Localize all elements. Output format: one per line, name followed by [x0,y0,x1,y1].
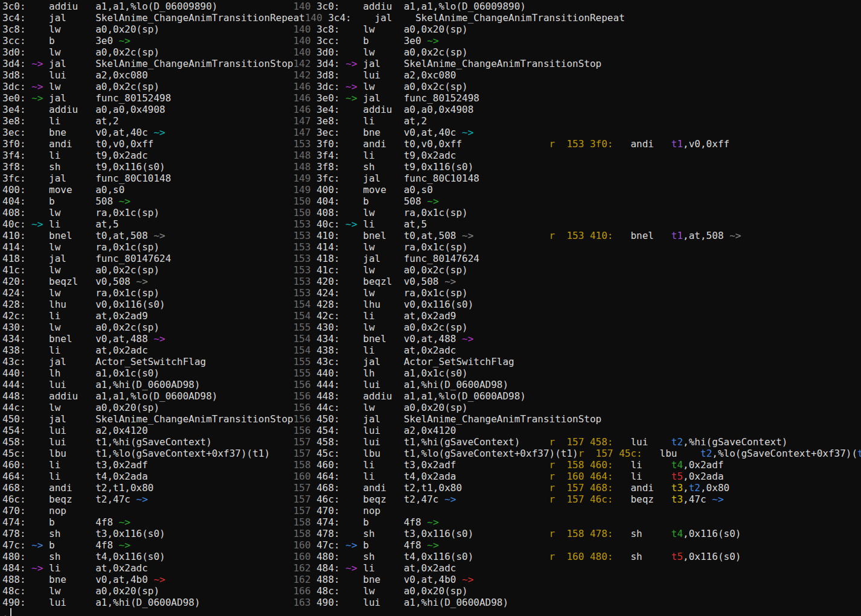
operand-segment: t3 [671,482,683,494]
mnemonic: andi [49,138,95,150]
terminal-screen[interactable]: 3c0: addiu a1,a1,%lo(D_06009890)140 3c0:… [0,0,861,616]
address: 470: [2,505,26,516]
mnemonic: lui [363,425,403,436]
operands: a1,%hi(D_0600AD98) [95,597,200,608]
line-number: 148 [293,161,311,173]
line-number: 142 [293,69,311,81]
branch-arrow-icon: ~> [345,58,357,69]
asm-row: 3fc: jal func_80C10148149 3fc: jal func_… [2,173,861,184]
operands: t4,0x2ada [404,471,456,482]
asm-base-column: 3d8: lui a2,0xc080 [2,69,293,81]
asm-base-column: 45c: lbu t1,%lo(gSaveContext+0xf37)(t1) [2,448,293,459]
address: 3c4: [2,12,26,24]
line-number: 156 [293,379,311,390]
branch-arrow-icon: ~> [31,81,43,92]
operands: t2,47c [95,494,130,505]
operands: 4f8 [95,539,113,551]
line-number: 157 [566,494,584,505]
asm-base-column: 3f0: andi t0,v0,0xff [2,138,293,150]
operands: at,0x2ad9 [95,310,148,322]
asm-current-column: 148 3f4: li t9,0x2adc [293,150,549,161]
mnemonic: sh [630,528,671,539]
asm-current-column: 149 400: move a0,s0 [293,184,549,195]
asm-registers-column: r 157 458: lui t2,%hi(gSaveContext) [549,436,787,448]
line-number: 157 [566,436,584,448]
address: 42c: [316,310,340,322]
asm-row: 3c0: addiu a1,a1,%lo(D_06009890)140 3c0:… [2,1,861,12]
asm-row: 468: andi t2,t1,0x80157 468: andi t2,t1,… [2,482,861,494]
mnemonic: lw [363,24,403,35]
asm-base-column: 3c0: addiu a1,a1,%lo(D_06009890) [2,1,293,12]
reg-diff-marker: r [578,448,584,459]
asm-row: 480: sh t4,0x116(s0)160 480: sh t4,0x116… [2,551,861,562]
mnemonic: bne [49,574,95,585]
operand-segment: ,0x116(s0) [683,528,741,539]
address: 3ec: [2,127,26,138]
operands: a1,%hi(D_0600AD98) [404,379,508,390]
line-number: 160 [566,551,584,562]
mnemonic: lw [49,287,95,299]
asm-base-column: 460: li t3,0x2adf [2,459,293,471]
asm-row: 3f8: sh t9,0x116(s0)148 3f8: sh t9,0x116… [2,161,861,173]
address: 458: [590,436,613,448]
line-number: 157 [293,448,311,459]
mnemonic: andi [49,482,95,494]
address: 47c: [2,539,26,551]
mnemonic: sh [363,161,403,173]
address: 408: [2,207,26,218]
operand-segment: t2 [857,448,861,459]
operands: a0,0x2c(sp) [404,81,468,92]
asm-base-column: 40c: ~> li at,5 [2,218,293,230]
branch-arrow-icon: ~> [31,218,43,230]
operands: at,0x2adc [404,562,456,574]
branch-arrow-icon: ~> [444,276,456,287]
operand-segment: , [683,482,689,494]
operands: a0,0x2c(sp) [95,322,159,333]
mnemonic: li [363,459,403,471]
asm-row: 450: jal SkelAnime_ChangeAnimTransitionS… [2,413,861,425]
mnemonic: b [363,516,403,528]
operands: ra,0x1c(sp) [95,207,159,218]
line-number: 140 [293,35,311,46]
address: 484: [316,562,340,574]
asm-base-column: 3d0: lw a0,0x2c(sp) [2,46,293,58]
address: 460: [590,459,613,471]
mnemonic: li [363,471,403,482]
operands: ra,0x1c(sp) [404,207,468,218]
mnemonic: andi [363,482,403,494]
operands: t1,%hi(gSaveContext) [404,436,520,448]
mnemonic: li [363,218,403,230]
asm-registers-column: r 153 410: bnel t1,at,508 ~> [549,230,741,241]
address: 3cc: [316,35,340,46]
asm-row: 444: lui a1,%hi(D_0600AD98)156 444: lui … [2,379,861,390]
mnemonic: lw [363,46,403,58]
asm-current-column: 154 438: li at,0x2adc [293,345,549,356]
asm-current-column: 146 3e0: ~> jal func_80152498 [293,92,549,104]
line-number: 154 [293,299,311,310]
address: 468: [590,482,613,494]
address: 3fc: [316,173,340,184]
address: 40c: [316,218,340,230]
address: 3d0: [316,46,340,58]
operands: at,5 [95,218,119,230]
mnemonic: li [49,459,95,471]
asm-current-column: 153 420: beqzl v0,508 ~> [293,276,549,287]
operands: a0,s0 [404,184,433,195]
asm-base-column: 484: ~> li at,0x2adc [2,562,293,574]
operands: a1,%hi(D_0600AD98) [404,597,508,608]
mnemonic: jal [49,356,95,367]
asm-row: 3cc: b 3e0 ~>140 3cc: b 3e0 ~> [2,35,861,46]
line-number: 157 [293,436,311,448]
mnemonic: addiu [49,104,95,115]
operands: a0,0x20(sp) [404,24,468,35]
asm-registers-column: r 158 460: li t4,0x2adf [549,459,723,471]
mnemonic: addiu [363,390,403,402]
asm-current-column: 147 3e8: li at,2 [293,115,549,127]
asm-base-column: 440: lh a1,0x1c(s0) [2,367,293,379]
line-number: 140 [293,24,311,35]
operands: ra,0x1c(sp) [95,241,159,253]
asm-base-column: 3c4: jal SkelAnime_ChangeAnimTransitionR… [2,12,305,24]
address: 48c: [316,585,340,597]
mnemonic: jal [363,58,403,69]
asm-row: 460: li t3,0x2adf158 460: li t3,0x2adfr … [2,459,861,471]
